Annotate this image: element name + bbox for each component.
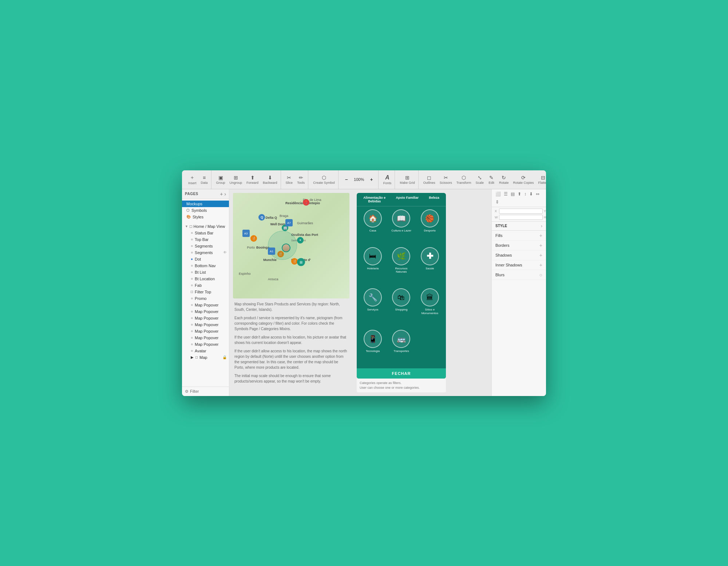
layer-map[interactable]: ▶ □ Map 🔒 <box>186 354 229 361</box>
layer-avatar[interactable]: ○ Avatar <box>186 348 229 354</box>
layer-icon: ○ <box>191 342 193 346</box>
layer-map-popover-4[interactable]: ○ Map Popover <box>186 321 229 328</box>
cat-circle-saude: ✚ <box>421 247 439 265</box>
coord-h-field: H <box>544 215 546 220</box>
fills-add-icon[interactable]: + <box>539 233 542 238</box>
map-label-espinho: Espinho <box>239 272 251 276</box>
cat-desporto[interactable]: 🏀 Desporto <box>417 209 443 245</box>
page-mockups[interactable]: Mockups <box>182 201 229 207</box>
fonts-button[interactable]: A Fonts <box>381 172 393 187</box>
cat-saude[interactable]: ✚ Saúde <box>417 247 443 286</box>
blurs-row[interactable]: Blurs ○ <box>492 270 546 280</box>
fechar-button[interactable]: FECHAR <box>357 368 446 379</box>
distribute-h-icon[interactable]: ⇔ <box>535 191 540 197</box>
insert-button[interactable]: ＋ Insert <box>186 172 198 187</box>
layer-map-popover-2[interactable]: ○ Map Popover <box>186 308 229 315</box>
scale-button[interactable]: ⤡ Scale <box>474 172 486 187</box>
map-label-porto: Porto <box>247 246 255 249</box>
style-title: STYLE <box>495 224 507 228</box>
w-input[interactable] <box>499 215 543 220</box>
distribute-v-icon[interactable]: ⇕ <box>495 199 500 205</box>
layer-icon: ○ <box>191 264 193 268</box>
map-label-arouca: Arouca <box>268 277 278 281</box>
shadows-row[interactable]: Shadows + <box>492 250 546 260</box>
zoom-in-button[interactable]: + <box>367 172 377 187</box>
cat-hotelaria[interactable]: 🛏 Hotelaria <box>360 247 386 286</box>
inner-shadows-add-icon[interactable]: + <box>539 262 542 268</box>
layer-map-popover-5[interactable]: ○ Map Popover <box>186 328 229 335</box>
cat-shopping[interactable]: 🛍 Shopping <box>388 288 414 328</box>
toolbar: ＋ Insert ≡ Data ▣ Group ⊞ Ungroup ⬆ Forw… <box>182 170 546 189</box>
place-oculista: Oculista das Port <box>291 233 318 237</box>
transform-button[interactable]: ⬡ Transform <box>455 172 473 187</box>
make-grid-button[interactable]: ⊞ Make Grid <box>398 172 417 187</box>
align-right-icon[interactable]: ▤ <box>510 191 515 197</box>
edit-button[interactable]: ✎ Edit <box>486 172 496 187</box>
layer-segments-2[interactable]: ○ Segments 👁 <box>186 249 229 256</box>
shadows-add-icon[interactable]: + <box>539 252 542 258</box>
borders-add-icon[interactable]: + <box>539 242 542 248</box>
page-symbols[interactable]: ⬡ Symbols <box>182 207 229 214</box>
categories-column: Alimentação eBebidas Apoio Familiar Bele… <box>357 193 446 392</box>
layer-map-popover-7[interactable]: ○ Map Popover <box>186 341 229 348</box>
align-left-icon[interactable]: ⬜ <box>495 191 502 197</box>
scissors-button[interactable]: ✂ Scissors <box>438 172 454 187</box>
cat-circle-servicos: 🔧 <box>364 288 382 306</box>
layer-fab[interactable]: ○ Fab <box>186 282 229 289</box>
cat-casa[interactable]: 🏠 Casa <box>360 209 386 245</box>
layer-map-popover-6[interactable]: ○ Map Popover <box>186 335 229 341</box>
layer-icon: ○ <box>191 296 193 300</box>
cat-circle-recursos: 🌿 <box>392 247 410 265</box>
sidebar-pages-header: PAGES + › <box>182 189 229 199</box>
layer-status-bar[interactable]: ○ Status Bar <box>186 230 229 236</box>
cat-cultura[interactable]: 📖 Cultura e Lazer <box>388 209 414 245</box>
canvas-description: Map showing Five Stars Products and Serv… <box>233 301 349 384</box>
borders-row[interactable]: Borders + <box>492 241 546 250</box>
layer-top-bar[interactable]: ○ Top Bar <box>186 236 229 243</box>
cat-servicos[interactable]: 🔧 Serviços <box>360 288 386 328</box>
backward-button[interactable]: ⬇ Backward <box>261 172 279 187</box>
inner-shadows-row[interactable]: Inner Shadows + <box>492 260 546 270</box>
x-input[interactable] <box>499 209 543 214</box>
align-bottom-icon[interactable]: ⬇ <box>529 191 534 197</box>
align-top-icon[interactable]: ⬆ <box>517 191 522 197</box>
slice-button[interactable]: ✂ Slice <box>284 172 295 187</box>
rotate-copies-button[interactable]: ⟳ Rotate Copies <box>511 172 535 187</box>
rotate-button[interactable]: ↻ Rotate <box>497 172 511 187</box>
add-page-button[interactable]: + <box>220 191 223 197</box>
layer-filter-top[interactable]: □ Filter Top <box>186 289 229 295</box>
page-styles[interactable]: 🎨 Styles <box>182 214 229 220</box>
data-button[interactable]: ≡ Data <box>199 172 210 187</box>
rp-coords: X Y W H <box>492 207 546 222</box>
layer-icon: ○ <box>191 349 193 353</box>
layer-map-popover-1[interactable]: ○ Map Popover <box>186 302 229 308</box>
cat-tecnologia[interactable]: 📱 Tecnologia <box>360 330 386 365</box>
filter-icon: ⚙ <box>185 389 189 394</box>
blurs-toggle[interactable]: ○ <box>539 272 542 278</box>
layer-bt-location[interactable]: ○ Bt Location <box>186 276 229 282</box>
category-pin: ⊞ <box>297 258 305 266</box>
outlines-button[interactable]: ◻ Outlines <box>422 172 437 187</box>
cat-transportes[interactable]: 🚌 Transportes <box>388 330 414 365</box>
layer-promo[interactable]: ○ Promo <box>186 295 229 302</box>
layer-bt-list[interactable]: ○ Bt List <box>186 269 229 276</box>
cat-recursos[interactable]: 🌿 RecursosNaturais <box>388 247 414 286</box>
layer-dot[interactable]: ● Dot <box>186 256 229 262</box>
zoom-out-button[interactable]: − <box>341 172 352 187</box>
forward-button[interactable]: ⬆ Forward <box>245 172 260 187</box>
create-symbol-button[interactable]: ⬡ Create Symbol <box>311 172 337 187</box>
ungroup-button[interactable]: ⊞ Ungroup <box>228 172 244 187</box>
layer-bottom-nav[interactable]: ○ Bottom Nav <box>186 262 229 269</box>
tools-button[interactable]: ✏ Tools <box>295 172 306 187</box>
collapse-pages-button[interactable]: › <box>224 191 226 197</box>
layer-map-popover-3[interactable]: ○ Map Popover <box>186 315 229 321</box>
align-center-icon[interactable]: ☰ <box>503 191 509 197</box>
filter-footer[interactable]: ⚙ Filter <box>182 387 229 396</box>
layer-group-map-view[interactable]: ▼ □ Home / Map View <box>182 223 229 230</box>
layer-segments-1[interactable]: ○ Segments <box>186 243 229 249</box>
cat-sitios[interactable]: 🏛 Sítios eMonumentos <box>417 288 443 328</box>
group-button[interactable]: ▣ Group <box>214 172 227 187</box>
flatten-button[interactable]: ⊟ Flatten <box>537 172 546 187</box>
fills-row[interactable]: Fills + <box>492 231 546 241</box>
align-middle-icon[interactable]: ↕ <box>523 191 527 197</box>
